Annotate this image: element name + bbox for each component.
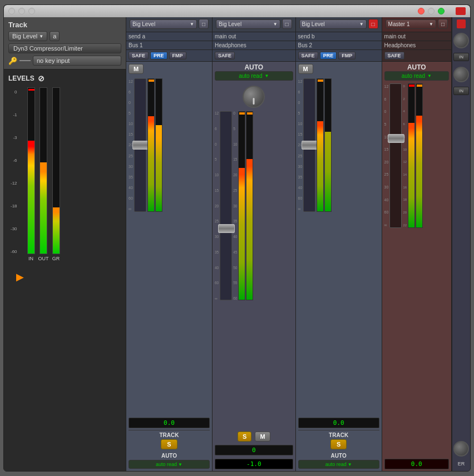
key-input-dropdown[interactable]: no key input [33,56,121,66]
ch2-fader-scale-l: 12 6 0 5 10 15 20 25 30 35 40 60 ∞ [215,111,219,300]
traffic-light-close[interactable] [8,8,15,14]
ch4-auto-dropdown[interactable]: auto read▼ [384,71,449,81]
ch3-header: Big Level▼ □ [296,17,382,32]
out-label: OUT [38,256,49,261]
ch3-s-button[interactable]: S [330,439,347,449]
ch1-pre-btn[interactable]: PRE [150,52,167,60]
ch2-safe-btn[interactable]: SAFE [215,52,235,60]
ch4-level-display: 0.0 [384,459,449,469]
ch1-s-button[interactable]: S [161,439,177,449]
channel-name-dropdown[interactable]: Big Level ▼ [8,31,47,41]
traffic-light-maximize[interactable] [28,8,35,14]
ch2-fader-area: 12 6 0 5 10 15 20 25 30 35 40 60 ∞ [213,110,295,430]
play-area: ▶ [21,87,24,467]
ch2-peak-r [247,112,253,115]
channel-1: Big Level▼ □ send a Bus 1 SAFE PRE FMP [126,17,213,471]
ch2-icon-btn[interactable]: □ [282,19,292,29]
ch4-peak-r [417,85,423,87]
ch2-s-button[interactable]: S [238,432,251,442]
ch2-name-dropdown[interactable]: Big Level▼ [216,19,280,29]
ch3-top-row: Big Level▼ □ [299,19,378,29]
dropdown-arrow: ▼ [39,34,43,39]
in-clip-indicator [28,89,35,91]
ch4-meter-r-fill [416,116,422,227]
track-panel: Track Big Level ▼ a Dyn3 Compressor/Limi… [4,17,126,471]
ch4-fader-scale-r: 0 2 4 6 8 10 12 14 16 18 20 22 [403,83,407,228]
ch3-auto-dropdown[interactable]: auto read▼ [298,460,379,469]
ch4-fader-handle[interactable] [388,134,404,143]
ch4-icon-btn[interactable]: □ [438,19,448,29]
key-input-row: 🔑 no key input [8,56,121,66]
ch3-name-dropdown[interactable]: Big Level▼ [299,19,367,29]
in-meter-group: IN [27,87,35,467]
traffic-light-minimize[interactable] [18,8,25,14]
ch1-icon-btn[interactable]: □ [199,19,209,29]
ch3-fader-handle[interactable] [302,141,318,150]
ch4-fader-area: 12 6 0 5 10 15 20 25 30 40 60 ∞ [382,82,451,457]
channel-letter-btn[interactable]: a [50,31,60,41]
ch2-auto-header: AUTO auto read▼ [213,62,295,82]
ch4-fader-scale-l: 12 6 0 5 10 15 20 25 30 40 60 ∞ [384,83,389,228]
channel-2: Big Level▼ □ main out Headphones SAFE AU… [213,17,296,471]
in-meter-bar [27,87,35,254]
right-in-btn-2[interactable]: IN [453,87,469,95]
right-in-btn-1[interactable]: IN [453,53,469,61]
ch2-fader-handle[interactable] [218,224,235,233]
channel-4-master: Master 1▼ □ main out Headphones SAFE AUT… [382,17,452,471]
content-area: Track Big Level ▼ a Dyn3 Compressor/Limi… [4,17,470,471]
right-knob-3[interactable] [453,441,469,457]
ch3-send-row: send b [296,32,382,41]
ch4-clip-l [409,85,415,87]
traffic-light-green[interactable] [438,8,445,14]
ch1-top-row: Big Level▼ □ [130,19,209,29]
ch3-pre-btn[interactable]: PRE [320,52,337,60]
channel-3: Big Level▼ □ send b Bus 2 SAFE PRE FMP M [296,17,382,471]
ch4-name-dropdown[interactable]: Master 1▼ [386,19,436,29]
traffic-light-red[interactable] [418,8,424,14]
ch3-m-area: M [298,64,379,76]
ch1-meters [147,78,162,212]
ch2-safe-row: SAFE [213,50,295,62]
ch4-fader-track [389,83,402,228]
meters-container: 0 -1 -3 -6 -12 -18 -30 -60 ▶ [8,87,121,467]
ch1-send-row: send a [126,32,212,41]
record-button[interactable] [456,7,466,15]
track-title: Track [8,21,121,29]
ch1-track-section: TRACK S [129,430,210,453]
ch4-meter-r [416,83,423,228]
key-line [19,60,31,61]
ch1-safe-btn[interactable]: SAFE [129,52,149,60]
ch1-auto-dropdown[interactable]: auto read▼ [129,460,210,469]
ch1-fader-area: 12 6 0 5 10 15 20 25 30 35 40 60 [129,78,210,416]
ch4-meters [408,83,423,228]
ch3-fader-track [303,78,315,212]
ch3-icon-btn[interactable]: □ [368,19,378,29]
ch4-meter-l [408,83,415,228]
ch1-fader-handle[interactable] [132,141,149,150]
right-record-btn[interactable] [457,19,466,28]
ch3-fmp-btn[interactable]: FMP [338,52,356,60]
plugin-btn[interactable]: Dyn3 Compressor/Limiter [8,43,121,53]
ch3-m-button[interactable]: M [298,64,313,74]
play-button[interactable]: ▶ [16,271,24,283]
right-knob-2[interactable] [453,67,469,82]
ch1-m-button[interactable]: M [129,64,144,74]
ch3-safe-btn[interactable]: SAFE [298,52,318,60]
ch4-safe-btn[interactable]: SAFE [384,52,404,60]
right-knob-1[interactable] [453,33,469,48]
ch1-meter-l [147,78,155,212]
ch1-fmp-btn[interactable]: FMP [169,52,186,60]
ch2-auto-dropdown[interactable]: auto read▼ [215,71,293,81]
ch1-m-area: M [129,64,210,76]
levels-reset-icon[interactable]: ⊘ [38,74,45,83]
in-label: IN [28,256,33,261]
gr-meter-fill [53,207,60,254]
ch4-header: Master 1▼ □ [382,17,451,32]
ch3-bus-row: Bus 2 [296,41,382,50]
ch1-name-dropdown[interactable]: Big Level▼ [130,19,197,29]
ch2-m-button[interactable]: M [255,432,270,442]
traffic-light-gray2[interactable] [428,8,434,14]
ch2-knob[interactable] [243,86,265,108]
out-meter-group: OUT [38,87,49,467]
gr-label: GR [52,256,60,261]
